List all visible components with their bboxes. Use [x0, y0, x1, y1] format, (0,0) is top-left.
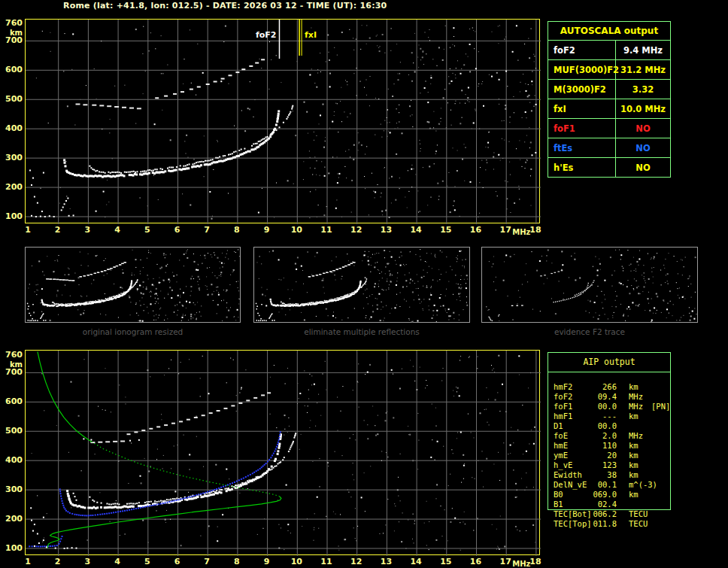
panel-1-canvas	[26, 248, 241, 323]
row-value: NO	[616, 138, 670, 157]
x-tick-label: 6	[169, 225, 186, 235]
series-density-profile-dotted	[91, 442, 279, 497]
row-unit: km	[629, 451, 639, 460]
row-unit: km	[629, 382, 639, 391]
row-unit: MHz	[629, 431, 643, 440]
fxI-marker: fxI	[299, 20, 317, 56]
row-label: foF2	[548, 41, 616, 59]
row-label: fxI	[548, 99, 616, 118]
table-row: hmF2266km	[554, 382, 671, 392]
y-tick-label: 500	[2, 426, 23, 436]
x-tick-label: 4	[109, 225, 126, 235]
panel-caption: eliminate multiple reflections	[253, 327, 470, 336]
table-row: ymE20km	[554, 451, 671, 460]
y-tick-label: 760	[2, 350, 23, 360]
row-unit: MHz	[629, 402, 643, 411]
row-note: [PN]	[651, 402, 670, 411]
x-tick-label: 11	[318, 557, 335, 566]
y-tick-label: 400	[2, 123, 23, 133]
series-scatter-bits	[30, 438, 140, 549]
series-F2-flat-sparse	[511, 305, 523, 306]
row-value: 02.4	[554, 500, 617, 509]
y-tick-label: 600	[2, 396, 23, 406]
y-tick-label: 600	[2, 65, 23, 74]
row-unit: MHz	[629, 392, 643, 401]
autoscala-table-header: AUTOSCALA output	[548, 22, 670, 41]
x-tick-label: 14	[408, 225, 424, 235]
table-row: D100.0	[554, 421, 671, 431]
table-row: foE2.0MHz	[554, 431, 671, 441]
table-row: DelN_vE00.1m^(-3)	[554, 480, 671, 490]
foF2-marker-label: foF2	[256, 30, 277, 40]
table-row: foF1NO	[548, 119, 670, 138]
table-row: TEC[Top]011.8TECU	[554, 519, 671, 529]
x-tick-label: 9	[259, 557, 275, 566]
series-multiple-sparse	[540, 270, 563, 276]
series-upper-multiple	[80, 262, 126, 277]
x-tick-label: 14	[408, 557, 424, 566]
panel-eliminate-reflections	[253, 247, 470, 323]
y-tick-label: 400	[2, 455, 23, 465]
series-density-profile-upper	[38, 351, 92, 442]
table-row: hmE110km	[554, 441, 671, 451]
x-tick-label: 2	[50, 225, 66, 235]
noise-speckle	[486, 250, 696, 323]
y-tick-label: 200	[2, 514, 23, 524]
series-E-region-bits	[256, 303, 275, 321]
x-tick-label: 6	[169, 557, 186, 566]
x-tick-label: 2	[50, 557, 66, 566]
x-tick-label: 12	[348, 225, 365, 235]
row-unit: TECU	[629, 519, 648, 528]
row-value: 2.0	[554, 431, 617, 440]
row-value: 31.2 MHz	[616, 60, 670, 79]
row-value: 00.0	[554, 402, 617, 411]
x-tick-label: 13	[378, 557, 394, 566]
row-value: 10.0 MHz	[616, 99, 670, 118]
series-E-region-bits	[29, 170, 74, 218]
autoscala-screen: Rome (lat: +41.8, lon: 012.5) - DATE: 20…	[0, 0, 728, 568]
row-label: h'Es	[548, 158, 616, 177]
x-tick-label: 7	[199, 557, 215, 566]
table-row: h'EsNO	[548, 158, 670, 177]
row-value: 266	[554, 382, 617, 391]
x-tick-label: 5	[139, 225, 156, 235]
x-tick-label: 10	[288, 225, 305, 235]
y-tick-label: 300	[2, 484, 23, 494]
row-value: 00.0	[554, 421, 617, 430]
x-tick-label: 5	[139, 557, 156, 566]
bottom-ionogram-canvas	[26, 351, 541, 556]
bottom-ionogram-plot	[25, 350, 540, 555]
x-tick-label: 11	[318, 225, 335, 235]
x-tick-label: 16	[468, 557, 484, 566]
y-tick-label: 700	[2, 35, 23, 45]
y-tick-label: 100	[2, 211, 23, 221]
panel-3-canvas	[482, 248, 699, 323]
table-row: Ewidth38km	[554, 470, 671, 480]
x-tick-label: 4	[109, 557, 126, 566]
autoscala-output-table: AUTOSCALA output foF29.4 MHzMUF(3000)F23…	[548, 21, 671, 178]
x-tick-label: 8	[229, 557, 245, 566]
panel-original-ionogram	[25, 247, 241, 323]
table-row: foF100.0MHz[PN]	[554, 402, 671, 412]
table-row: MUF(3000)F231.2 MHz	[548, 60, 670, 80]
row-value: NO	[616, 158, 670, 177]
row-label: MUF(3000)F2	[548, 60, 616, 79]
row-unit: m^(-3)	[629, 480, 657, 489]
series-second-hop-flat	[76, 104, 141, 110]
x-tick-label: 7	[199, 225, 215, 235]
y-axis-unit-label: km	[2, 360, 23, 369]
x-tick-label: 9	[259, 225, 275, 235]
series-upper-multiple	[308, 262, 356, 277]
x-tick-label: 15	[438, 557, 454, 566]
table-row: hmF1---km	[554, 412, 671, 421]
y-tick-label: 760	[2, 18, 23, 28]
x-tick-label: 17	[497, 225, 514, 235]
table-row: foF29.4 MHz	[548, 41, 670, 60]
x-tick-label: 16	[468, 225, 484, 235]
x-tick-label: 1	[20, 557, 36, 566]
x-tick-label: 1	[20, 225, 36, 235]
row-unit: km	[629, 441, 639, 450]
row-value: NO	[616, 119, 670, 138]
y-tick-label: 300	[2, 153, 23, 163]
series-upper-multiple	[155, 59, 265, 99]
